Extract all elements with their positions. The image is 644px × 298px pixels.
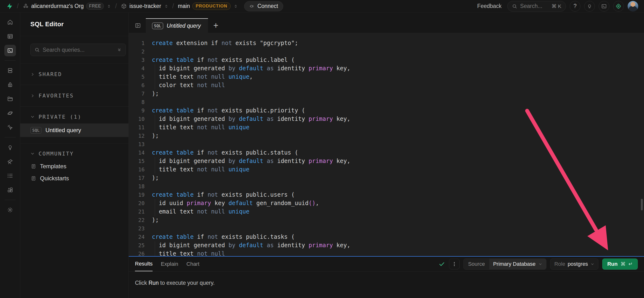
- supabase-bolt-icon: [6, 3, 13, 10]
- help-button[interactable]: ?: [570, 1, 580, 11]
- section-community-group: COMMUNITY Templates Quickstarts: [20, 144, 128, 191]
- breadcrumb-separator: /: [16, 2, 19, 10]
- notifications-button[interactable]: [584, 1, 595, 11]
- storage-folder-icon: [7, 96, 13, 102]
- nav-storage[interactable]: [4, 93, 16, 105]
- code-line: 9create table if not exists public.prior…: [129, 106, 644, 115]
- code-line: 13: [129, 140, 644, 149]
- reports-telescope-icon: [7, 158, 13, 165]
- tab-chart[interactable]: Chart: [186, 257, 200, 271]
- nav-realtime[interactable]: [4, 122, 16, 133]
- code-line: 8: [129, 98, 644, 106]
- collapse-sidebar-button[interactable]: [132, 18, 144, 33]
- empty-state-run-word: Run: [148, 280, 158, 286]
- edge-functions-icon: [7, 110, 13, 116]
- code-line: 6 color text not null: [129, 81, 644, 90]
- code-line: 14create table if not exists public.stat…: [129, 149, 644, 157]
- code-line: 17);: [129, 174, 644, 182]
- nav-home[interactable]: [4, 16, 16, 28]
- section-favorites[interactable]: FAVORITES: [20, 85, 128, 107]
- community-item-label: Quickstarts: [40, 175, 69, 182]
- search-icon: [34, 47, 40, 52]
- code-line: 7);: [129, 90, 644, 98]
- topbar: / alicanerdurmaz's Org FREE / issue-trac…: [0, 0, 644, 12]
- document-icon: [31, 176, 36, 181]
- tab-explain[interactable]: Explain: [161, 257, 178, 271]
- nav-project-settings[interactable]: [4, 204, 16, 216]
- source-selector[interactable]: Source Primary Database: [464, 259, 546, 270]
- user-avatar[interactable]: [628, 1, 638, 11]
- search-placeholder: Search...: [520, 3, 542, 9]
- code-line: 20 id uuid primary key default gen_rando…: [129, 199, 644, 207]
- nav-logs[interactable]: [4, 170, 16, 181]
- editor-scrollbar-thumb[interactable]: [641, 199, 643, 210]
- tab-untitled-query[interactable]: SQL Untitled query: [146, 18, 208, 33]
- section-private[interactable]: PRIVATE (1): [20, 110, 128, 124]
- section-label: PRIVATE (1): [38, 114, 82, 120]
- code-line: 26 title text not null: [129, 250, 644, 256]
- code-line: 5 title text not null unique,: [129, 73, 644, 81]
- new-tab-button[interactable]: +: [213, 21, 218, 30]
- supabase-logo[interactable]: [6, 3, 13, 10]
- results-toolbar: Results Explain Chart Source: [129, 257, 644, 272]
- more-options-button[interactable]: [449, 259, 460, 269]
- nav-database[interactable]: [4, 65, 16, 76]
- lightbulb-icon: [587, 3, 592, 9]
- search-queries-input[interactable]: [30, 44, 126, 56]
- nav-sql-editor[interactable]: [4, 45, 16, 56]
- topbar-right: Feedback Search... ⌘ K ?: [475, 1, 638, 11]
- section-community[interactable]: COMMUNITY: [20, 147, 128, 160]
- ai-assistant-button[interactable]: [613, 1, 624, 11]
- nav-table-editor[interactable]: [4, 30, 16, 42]
- connect-button[interactable]: Connect: [244, 1, 283, 11]
- breadcrumb-separator: /: [114, 2, 118, 10]
- nav-edge-functions[interactable]: [4, 107, 16, 119]
- connect-label: Connect: [258, 3, 278, 9]
- nav-rail: [0, 12, 20, 298]
- code-line: 21 email text not null unique: [129, 207, 644, 216]
- community-item-templates[interactable]: Templates: [20, 160, 128, 172]
- sql-editor-icon: [7, 47, 13, 54]
- help-icon: ?: [574, 3, 577, 9]
- logs-list-icon: [7, 173, 13, 179]
- chevron-right-icon: [30, 72, 35, 77]
- rail-divider: [4, 60, 16, 61]
- branch-selector[interactable]: main PRODUCTION: [178, 2, 238, 10]
- project-name: issue-tracker: [130, 3, 161, 9]
- query-list-item-active[interactable]: SQL Untitled query: [20, 124, 128, 137]
- org-name: alicanerdurmaz's Org: [31, 3, 84, 9]
- run-query-button[interactable]: Run ⌘ ↵: [602, 259, 638, 270]
- project-selector[interactable]: issue-tracker: [121, 3, 168, 9]
- plug-icon: [249, 3, 255, 9]
- community-item-quickstarts[interactable]: Quickstarts: [20, 172, 128, 184]
- chevrons-up-down-icon: [164, 3, 168, 9]
- org-selector[interactable]: alicanerdurmaz's Org FREE: [23, 3, 111, 10]
- page-title: SQL Editor: [30, 20, 64, 28]
- sidebar-header: SQL Editor: [20, 12, 128, 36]
- plan-badge: FREE: [86, 3, 104, 10]
- nav-advisors[interactable]: [4, 142, 16, 153]
- tab-results[interactable]: Results: [135, 257, 152, 271]
- cli-button[interactable]: [599, 1, 609, 11]
- search-icon: [512, 3, 517, 9]
- double-chevron-down-icon[interactable]: [117, 47, 122, 52]
- code-line: 19create table if not exists public.user…: [129, 191, 644, 199]
- role-selector[interactable]: Role postgres: [550, 259, 598, 270]
- sql-code-editor[interactable]: 1create extension if not exists "pgcrypt…: [129, 33, 644, 256]
- search-queries-field[interactable]: [43, 47, 114, 53]
- organization-icon: [23, 3, 29, 9]
- nav-reports[interactable]: [4, 156, 16, 167]
- code-line: 24create table if not exists public.task…: [129, 233, 644, 241]
- nav-authentication[interactable]: [4, 79, 16, 91]
- search-shortcut: ⌘ K: [552, 3, 561, 9]
- code-line: 1create extension if not exists "pgcrypt…: [129, 39, 644, 47]
- section-shared[interactable]: SHARED: [20, 64, 128, 85]
- realtime-cursor-icon: [7, 124, 13, 131]
- environment-badge: PRODUCTION: [192, 2, 231, 10]
- nav-integrations[interactable]: [4, 184, 16, 196]
- chevron-down-icon: [30, 115, 35, 119]
- source-value: Primary Database: [493, 261, 536, 267]
- global-search-button[interactable]: Search... ⌘ K: [507, 1, 566, 11]
- feedback-button[interactable]: Feedback: [475, 3, 504, 9]
- main-body: SQL Editor + SHARED: [0, 12, 644, 298]
